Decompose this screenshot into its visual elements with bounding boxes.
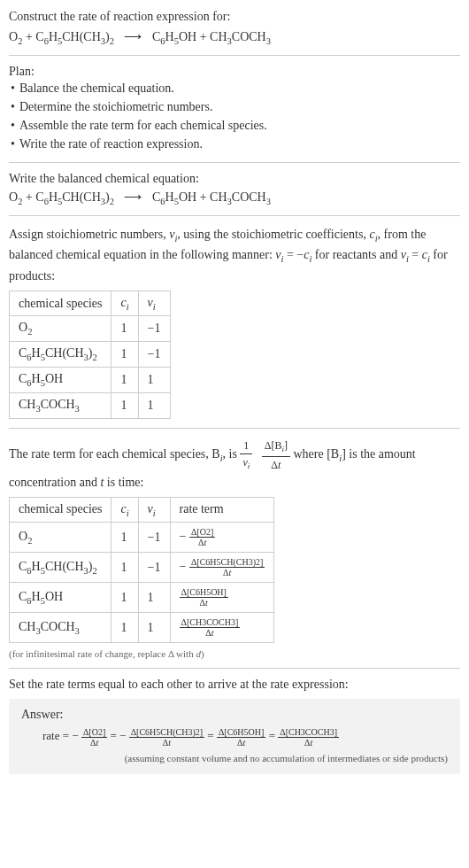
cell-nui: −1 [138,316,170,342]
plan-item: •Assemble the rate term for each chemica… [11,116,460,135]
balanced-section: Write the balanced chemical equation: O2… [9,172,460,206]
cell-nui: −1 [138,553,170,583]
cell-ci: 1 [111,392,138,418]
cell-nui: −1 [138,523,170,553]
bullet-icon: • [11,81,15,95]
balanced-title: Write the balanced chemical equation: [9,172,460,186]
product-phenol: C6H5OH [152,30,196,43]
final-section: Set the rate terms equal to each other t… [9,678,460,774]
table-row: C6H5OH 1 1 Δ[C6H5OH] Δt [10,583,274,613]
table-header-row: chemical species ci νi [10,291,171,316]
answer-note: (assuming constant volume and no accumul… [21,753,448,763]
rate-fraction: Δ[C6H5CH(CH3)2] Δt [189,557,265,577]
reaction-arrow: ⟶ [124,190,142,204]
header-species: chemical species [10,497,111,523]
header-nui: νi [138,291,170,316]
table-row: C6H5CH(CH3)2 1 −1 [10,342,171,368]
product-acetone: CH3COCH3 [210,190,271,204]
table-row: CH3COCH3 1 1 Δ[CH3COCH3] Δt [10,613,274,643]
unbalanced-equation: O2 + C6H5CH(CH3)2 ⟶ C6H5OH + CH3COCH3 [9,29,460,46]
bullet-icon: • [11,100,15,113]
header-ci: ci [111,497,138,523]
bullet-icon: • [11,119,15,132]
header-nui: νi [138,497,170,523]
divider [9,215,460,216]
bullet-icon: • [11,137,15,151]
reactant-cumene: C6H5CH(CH3)2 [35,30,114,43]
plus: + [200,190,210,204]
reactant-o2: O2 [9,190,22,204]
cell-nui: 1 [138,392,170,418]
cell-rateterm: Δ[CH3COCH3] Δt [170,613,274,643]
stoich-table: chemical species ci νi O2 1 −1 C6H5CH(CH… [9,291,171,419]
cell-ci: 1 [111,553,138,583]
cell-nui: 1 [138,368,170,393]
cell-ci: 1 [111,316,138,342]
table-row: O2 1 −1 − Δ[O2] Δt [10,523,274,553]
cell-species: CH3COCH3 [10,613,111,643]
plan-title: Plan: [9,65,460,79]
cell-ci: 1 [111,583,138,613]
plan-item: •Determine the stoichiometric numbers. [11,97,460,116]
header-rateterm: rate term [170,497,274,523]
plan-section: Plan: •Balance the chemical equation. •D… [9,65,460,153]
rate-fraction: Δ[C6H5CH(CH3)2] Δt [129,727,204,748]
cell-rateterm: Δ[C6H5OH] Δt [170,583,274,613]
table-row: O2 1 −1 [10,316,171,342]
cell-ci: 1 [111,342,138,368]
cell-ci: 1 [111,523,138,553]
rate-fraction: Δ[C6H5OH] Δt [217,727,265,748]
product-acetone: CH3COCH3 [210,30,271,43]
cell-species: C6H5CH(CH3)2 [10,553,111,583]
cell-species: C6H5OH [10,368,111,393]
cell-species: C6H5CH(CH3)2 [10,342,111,368]
rateterm-intro: The rate term for each chemical species,… [9,438,460,492]
rate-fraction: Δ[C6H5OH] Δt [180,587,228,608]
plan-item: •Balance the chemical equation. [11,79,460,97]
divider [9,668,460,669]
cell-nui: 1 [138,583,170,613]
answer-equation: rate = − Δ[O2] Δt = − Δ[C6H5CH(CH3)2] Δt… [42,727,448,748]
plan-item: •Write the rate of reaction expression. [11,135,460,153]
cell-species: CH3COCH3 [10,392,111,418]
reactant-o2: O2 [9,30,22,43]
fraction-one-over-nu: 1 νi [240,438,252,473]
stoich-intro: Assign stoichiometric numbers, νi, using… [9,225,460,285]
answer-label: Answer: [21,708,448,722]
infinitesimal-note: (for infinitesimal rate of change, repla… [9,648,460,659]
final-title: Set the rate terms equal to each other t… [9,678,460,692]
cell-rateterm: − Δ[C6H5CH(CH3)2] Δt [170,553,274,583]
rate-fraction: Δ[O2] Δt [189,527,215,547]
cell-ci: 1 [111,613,138,643]
divider [9,55,460,56]
rate-fraction: Δ[O2] Δt [81,727,107,748]
table-row: CH3COCH3 1 1 [10,392,171,418]
cell-nui: −1 [138,342,170,368]
answer-box: Answer: rate = − Δ[O2] Δt = − Δ[C6H5CH(C… [9,699,460,774]
rateterm-table: chemical species ci νi rate term O2 1 −1… [9,497,274,644]
cell-nui: 1 [138,613,170,643]
cell-ci: 1 [111,368,138,393]
reaction-arrow: ⟶ [124,30,142,43]
cell-rateterm: − Δ[O2] Δt [170,523,274,553]
prompt-text: Construct the rate of reaction expressio… [9,7,460,26]
cell-species: O2 [10,523,111,553]
cell-species: O2 [10,316,111,342]
plus: + [200,30,210,43]
rate-fraction: Δ[CH3COCH3] Δt [278,727,339,748]
reactant-cumene: C6H5CH(CH3)2 [35,190,114,204]
product-phenol: C6H5OH [152,190,196,204]
divider [9,162,460,163]
table-row: C6H5OH 1 1 [10,368,171,393]
stoich-section: Assign stoichiometric numbers, νi, using… [9,225,460,419]
divider [9,428,460,429]
rateterm-section: The rate term for each chemical species,… [9,438,460,660]
rate-fraction: Δ[CH3COCH3] Δt [180,617,241,638]
fraction-dbi-dt: Δ[Bi] Δt [262,438,290,473]
table-row: C6H5CH(CH3)2 1 −1 − Δ[C6H5CH(CH3)2] Δt [10,553,274,583]
header-ci: ci [111,291,138,316]
plus: + [26,30,35,43]
cell-species: C6H5OH [10,583,111,613]
balanced-equation: O2 + C6H5CH(CH3)2 ⟶ C6H5OH + CH3COCH3 [9,190,460,206]
plus: + [26,190,35,204]
